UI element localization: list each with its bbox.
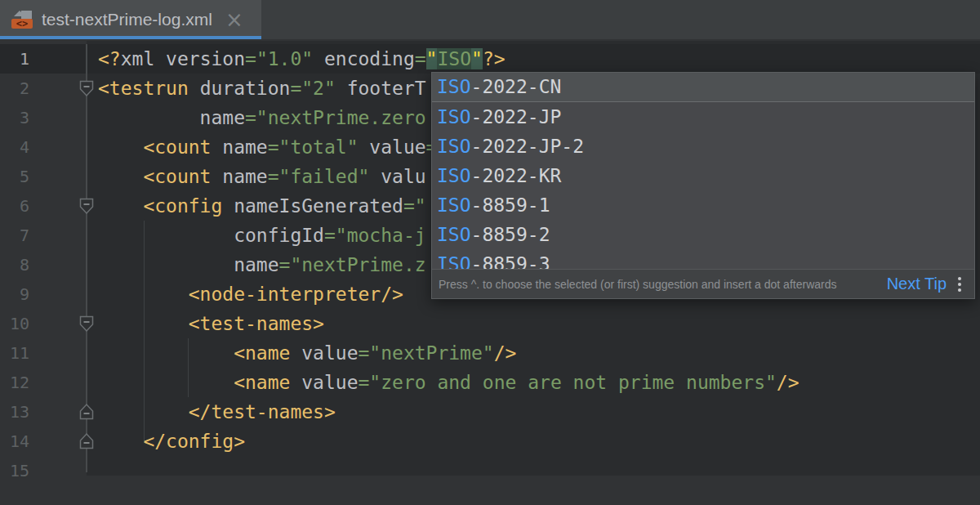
line-number: 15: [0, 456, 29, 485]
line-number: 7: [0, 221, 29, 250]
code-line[interactable]: <count name="total" value=: [98, 132, 437, 162]
code-line[interactable]: name="nextPrime.z: [98, 250, 426, 279]
line-number: 6: [0, 191, 29, 221]
line-number: 3: [0, 103, 29, 132]
code-line[interactable]: <test-names>: [98, 309, 324, 338]
code-line[interactable]: <node-interpreter/>: [98, 279, 403, 309]
fold-marker-up-icon[interactable]: [78, 403, 95, 421]
code-line[interactable]: name="nextPrime.zero: [98, 103, 426, 132]
completion-popup: ISO-2022-CNISO-2022-JPISO-2022-JP-2ISO-2…: [431, 72, 975, 299]
close-icon[interactable]: ×: [225, 9, 243, 30]
tab-bar: <> test-nextPrime-log.xml ×: [0, 0, 980, 39]
code-line[interactable]: configId="mocha-j: [98, 221, 426, 250]
code-line[interactable]: <?xml version="1.0" encoding="ISO"?>: [98, 44, 506, 74]
line-number: 13: [0, 397, 29, 427]
code-line[interactable]: <name value="zero and one are not prime …: [98, 368, 800, 397]
line-number: 9: [0, 279, 29, 309]
line-number: 8: [0, 250, 29, 279]
completion-hint: Press ^. to choose the selected (or firs…: [439, 278, 887, 291]
code-line[interactable]: </config>: [98, 427, 245, 456]
completion-item[interactable]: ISO-2022-JP: [432, 102, 974, 132]
line-number: 5: [0, 162, 29, 191]
line-number: 4: [0, 132, 29, 162]
line-number: 12: [0, 368, 29, 397]
tab-test-nextprime-log-xml[interactable]: <> test-nextPrime-log.xml ×: [0, 0, 261, 39]
fold-marker-up-icon[interactable]: [78, 432, 95, 450]
code-line[interactable]: <config nameIsGenerated=": [98, 191, 426, 221]
fold-marker-down-icon[interactable]: [78, 197, 95, 215]
fold-marker-down-icon[interactable]: [78, 79, 95, 97]
code-line[interactable]: <name value="nextPrime"/>: [98, 338, 516, 368]
xml-file-icon: <>: [11, 9, 33, 30]
code-line[interactable]: </test-names>: [98, 397, 336, 427]
active-tab-underline: [0, 36, 261, 39]
kebab-menu-icon[interactable]: [956, 275, 963, 293]
line-number: 11: [0, 338, 29, 368]
code-line[interactable]: <testrun duration="2" footerT: [98, 74, 426, 103]
completion-item[interactable]: ISO-8859-1: [432, 190, 974, 220]
line-number: 2: [0, 74, 29, 103]
line-number: 14: [0, 427, 29, 456]
code-line[interactable]: <count name="failed" valu: [98, 162, 426, 191]
svg-text:<>: <>: [16, 18, 28, 29]
completion-footer: Press ^. to choose the selected (or firs…: [432, 269, 974, 298]
completion-item[interactable]: ISO-2022-CN: [432, 73, 974, 102]
completion-item[interactable]: ISO-8859-2: [432, 220, 974, 249]
next-tip-link[interactable]: Next Tip: [887, 275, 947, 293]
line-number: 1: [0, 44, 29, 74]
fold-marker-down-icon[interactable]: [78, 315, 95, 333]
completion-item[interactable]: ISO-8859-3: [432, 249, 974, 269]
completion-list: ISO-2022-CNISO-2022-JPISO-2022-JP-2ISO-2…: [432, 73, 974, 269]
completion-item[interactable]: ISO-2022-JP-2: [432, 132, 974, 161]
tab-title: test-nextPrime-log.xml: [42, 10, 212, 29]
completion-item[interactable]: ISO-2022-KR: [432, 161, 974, 190]
line-number: 10: [0, 309, 29, 338]
